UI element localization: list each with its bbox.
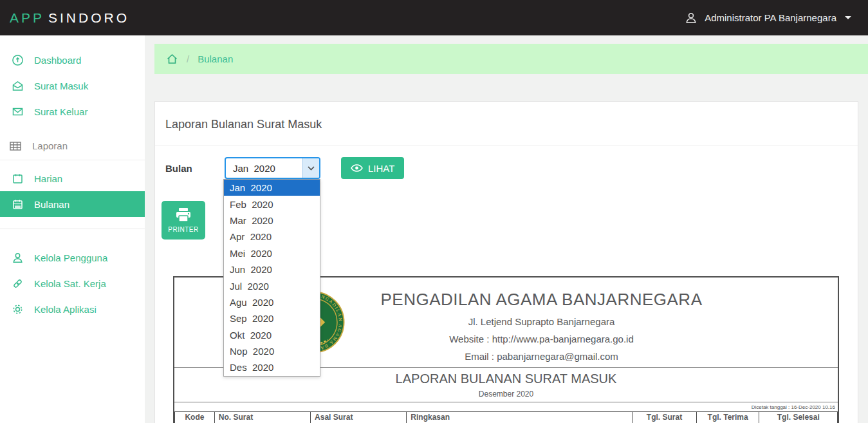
breadcrumb-current[interactable]: Bulanan bbox=[198, 53, 233, 64]
printer-label: PRINTER bbox=[168, 226, 198, 233]
sidebar-item-bulanan[interactable]: Bulanan bbox=[0, 191, 145, 217]
sidebar-item-label: Bulanan bbox=[34, 199, 69, 210]
col-kode: Kode bbox=[175, 412, 215, 423]
month-select[interactable]: Jan 2020 bbox=[225, 157, 320, 179]
sidebar-item-label: Surat Masuk bbox=[34, 80, 88, 91]
month-option[interactable]: Des 2020 bbox=[224, 359, 320, 375]
month-form-row: Bulan Jan 2020 LIHAT bbox=[165, 157, 858, 179]
sidebar-section-label: Laporan bbox=[32, 140, 68, 151]
sidebar-item-label: Kelola Sat. Kerja bbox=[34, 278, 106, 289]
report-print-timestamp: Dicetak tanggal : 16-Dec-2020 10.16 bbox=[174, 402, 838, 411]
user-icon bbox=[12, 252, 24, 264]
sidebar-item-label: Kelola Aplikasi bbox=[34, 304, 97, 315]
sidebar-item-dashboard[interactable]: Dashboard bbox=[0, 47, 145, 73]
month-option[interactable]: Jan 2020 bbox=[224, 180, 320, 196]
brand-app: APP bbox=[10, 10, 44, 25]
user-icon bbox=[685, 12, 697, 24]
table-icon bbox=[9, 140, 22, 152]
main-card: Laporan Bulanan Surat Masuk Bulan Jan 20… bbox=[154, 101, 858, 423]
col-tgl-selesai: Tgl. Selesai bbox=[759, 412, 838, 423]
link-icon bbox=[12, 277, 24, 290]
app-logo: APPSINDORO bbox=[0, 10, 129, 26]
col-asal-surat: Asal Surat bbox=[311, 412, 407, 423]
home-icon[interactable] bbox=[166, 53, 178, 65]
col-no-surat: No. Surat bbox=[214, 412, 310, 423]
month-label: Bulan bbox=[165, 163, 225, 174]
dashboard-icon bbox=[12, 54, 24, 66]
col-tgl-terima: Tgl. Terima bbox=[696, 412, 759, 423]
month-option[interactable]: Feb 2020 bbox=[224, 196, 320, 212]
month-select-value: Jan 2020 bbox=[233, 163, 275, 174]
sidebar: Dashboard Surat Masuk Surat Keluar bbox=[0, 35, 145, 423]
sidebar-item-label: Surat Keluar bbox=[34, 106, 88, 117]
sidebar-item-kelola-aplikasi[interactable]: Kelola Aplikasi bbox=[0, 296, 145, 322]
lihat-label: LIHAT bbox=[368, 163, 394, 174]
month-option[interactable]: Agu 2020 bbox=[224, 294, 320, 310]
calendar-month-icon bbox=[12, 198, 24, 211]
user-menu[interactable]: Administrator PA Banjarnegara bbox=[685, 12, 868, 24]
month-option[interactable]: Apr 2020 bbox=[224, 229, 320, 245]
chevron-down-icon bbox=[302, 158, 319, 178]
sidebar-item-kelola-pengguna[interactable]: Kelola Pengguna bbox=[0, 245, 145, 270]
breadcrumb: / Bulanan bbox=[154, 44, 868, 74]
top-bar: APPSINDORO Administrator PA Banjarnegara bbox=[0, 0, 868, 35]
brand-name: SINDORO bbox=[48, 10, 129, 25]
sidebar-section-laporan[interactable]: Laporan bbox=[0, 132, 145, 160]
mail-icon bbox=[12, 106, 24, 118]
printer-icon bbox=[175, 207, 192, 223]
lihat-button[interactable]: LIHAT bbox=[341, 157, 404, 179]
user-name: Administrator PA Banjarnegara bbox=[705, 12, 836, 23]
sidebar-item-kelola-sat-kerja[interactable]: Kelola Sat. Kerja bbox=[0, 270, 145, 296]
month-option[interactable]: Mei 2020 bbox=[224, 245, 320, 261]
month-option[interactable]: Mar 2020 bbox=[224, 212, 320, 229]
caret-down-icon bbox=[845, 16, 851, 19]
month-option[interactable]: Jun 2020 bbox=[224, 261, 320, 277]
month-option[interactable]: Jul 2020 bbox=[224, 277, 320, 294]
col-tgl-surat: Tgl. Surat bbox=[633, 412, 697, 423]
report-table: Kode No. Surat Asal Surat Ringkasan Tgl.… bbox=[174, 411, 838, 423]
month-option[interactable]: Nop 2020 bbox=[224, 343, 320, 359]
col-ringkasan: Ringkasan bbox=[407, 412, 633, 423]
sidebar-item-label: Kelola Pengguna bbox=[34, 252, 107, 263]
sidebar-item-label: Dashboard bbox=[34, 55, 81, 66]
calendar-icon bbox=[12, 173, 24, 185]
table-header-row: Kode No. Surat Asal Surat Ringkasan Tgl.… bbox=[175, 412, 838, 423]
month-option[interactable]: Okt 2020 bbox=[224, 327, 320, 343]
sidebar-item-surat-keluar[interactable]: Surat Keluar bbox=[0, 99, 145, 124]
breadcrumb-separator: / bbox=[187, 53, 189, 64]
month-dropdown: Jan 2020 Feb 2020 Mar 2020 Apr 2020 Mei … bbox=[223, 179, 320, 377]
eye-icon bbox=[351, 164, 363, 172]
gear-icon bbox=[12, 303, 24, 315]
mail-open-icon bbox=[12, 80, 24, 92]
sidebar-item-surat-masuk[interactable]: Surat Masuk bbox=[0, 73, 145, 99]
month-option[interactable]: Sep 2020 bbox=[224, 310, 320, 326]
page-title: Laporan Bulanan Surat Masuk bbox=[155, 102, 858, 146]
report-period: Desember 2020 bbox=[174, 390, 838, 399]
sidebar-item-label: Harian bbox=[34, 173, 62, 184]
printer-button[interactable]: PRINTER bbox=[162, 201, 205, 240]
sidebar-item-harian[interactable]: Harian bbox=[0, 165, 145, 191]
